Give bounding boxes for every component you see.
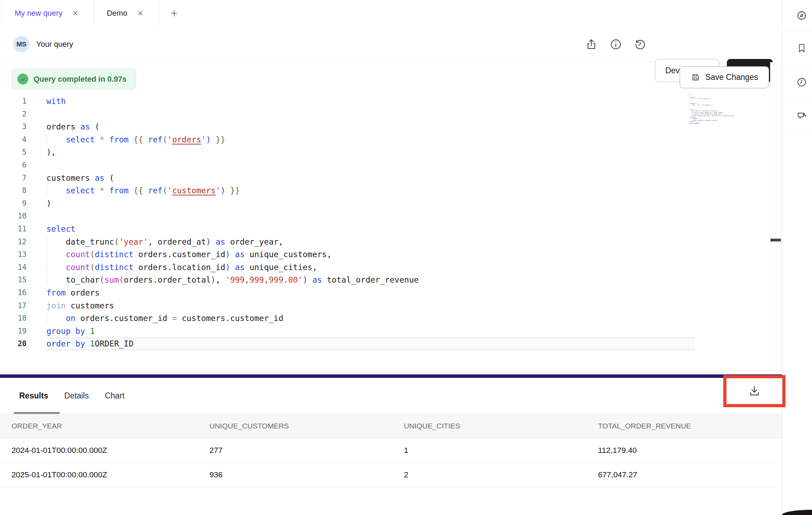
avatar: MS (13, 36, 30, 52)
share-button[interactable] (584, 37, 599, 52)
code-line-4: select * from {{ ref('orders') }} (689, 98, 701, 99)
code-line-14: 14 count(distinct orders.location_id) as… (0, 261, 770, 274)
code-line-7: 7customers as ( (0, 172, 770, 185)
save-changes-button[interactable]: Save Changes (680, 66, 769, 88)
app-window: My new queryDemo MS Your query Develop R… (0, 0, 812, 515)
check-icon (17, 74, 28, 84)
code-line-13: 13 count(distinct orders.customer_id) as… (0, 248, 770, 261)
code-line-6: 6 (0, 159, 770, 172)
code-line-2: 2 (0, 108, 770, 121)
line-number: 3 (0, 120, 27, 133)
column-header-unique-customers: UNIQUE_CUSTOMERS (209, 422, 404, 430)
line-number: 12 (0, 236, 27, 248)
line-number: 5 (0, 146, 27, 159)
panel-divider[interactable] (0, 374, 782, 378)
table-cell: 2024-01-01T00:00:00.000Z (12, 446, 209, 455)
sidebar-ai-chat-button[interactable] (782, 99, 812, 133)
share-icon (585, 38, 598, 51)
sidebar-bookmark-button[interactable] (782, 31, 812, 65)
active-tab-underline (14, 412, 60, 414)
line-number: 20 (0, 337, 27, 350)
annotation-highlight-box (723, 375, 785, 407)
line-number: 10 (0, 210, 27, 223)
info-button[interactable] (608, 37, 623, 52)
tab-demo[interactable]: Demo (94, 0, 159, 26)
code-line-1: 1with (0, 95, 770, 108)
table-header-row: ORDER_YEARUNIQUE_CUSTOMERSUNIQUE_CITIEST… (0, 414, 782, 438)
floppy-icon (691, 73, 700, 82)
line-number: 13 (0, 248, 27, 261)
new-tab-button[interactable] (159, 0, 189, 26)
tab-bar: My new queryDemo (0, 0, 782, 27)
code-line-8: 8 select * from {{ ref('customers') }} (0, 184, 770, 197)
results-tab-chart[interactable]: Chart (105, 391, 124, 401)
code-line-3: 3orders as ( (0, 120, 770, 133)
header-actions (584, 26, 648, 62)
close-icon[interactable] (72, 9, 79, 17)
line-number: 16 (0, 286, 27, 299)
plus-icon (170, 9, 179, 18)
code-line-8: select * from {{ ref('customers') }} (689, 104, 701, 106)
line-number: 14 (0, 261, 27, 274)
code-line-9: 9) (0, 197, 770, 210)
results-tab-details[interactable]: Details (64, 391, 89, 401)
table-cell: 677,047.27 (598, 470, 782, 479)
code-line-10: 10 (0, 210, 770, 223)
column-header-total-order-revenue: TOTAL_ORDER_REVENUE (598, 422, 782, 430)
code-line-18: 18 on orders.customer_id = customers.cus… (0, 312, 770, 325)
results-table: 2024-01-01T00:00:00.000Z2771112,179.4020… (0, 438, 782, 487)
line-number: 2 (0, 108, 27, 121)
status-text: Query completed in 0.97s (34, 75, 127, 84)
code-line-19: 19group by 1 (0, 325, 770, 338)
right-sidebar (782, 0, 812, 515)
line-number: 1 (0, 95, 27, 108)
line-number: 19 (0, 325, 27, 338)
line-number: 17 (0, 299, 27, 312)
code-line-15: 15 to_char(sum(orders.order_total), '999… (0, 274, 770, 286)
table-row: 2025-01-01T00:00:00.000Z9362677,047.27 (0, 463, 782, 487)
table-cell: 936 (209, 470, 404, 479)
code-line-20: 20order by 1ORDER_ID (0, 337, 770, 350)
column-header-order-year: ORDER_YEAR (12, 422, 209, 430)
close-icon[interactable] (136, 9, 144, 17)
results-tab-results[interactable]: Results (19, 391, 48, 401)
line-number: 4 (0, 133, 27, 146)
clock-icon (796, 77, 807, 88)
tab-label: Demo (107, 9, 127, 18)
line-number: 9 (0, 197, 27, 210)
table-row: 2024-01-01T00:00:00.000Z2771112,179.40 (0, 438, 782, 463)
results-tabs: ResultsDetailsChart (0, 378, 782, 414)
column-header-unique-cities: UNIQUE_CITIES (404, 422, 598, 430)
line-number: 15 (0, 274, 27, 286)
editor-scrollbar[interactable] (770, 62, 781, 374)
table-cell: 2025-01-01T00:00:00.000Z (12, 470, 209, 479)
sidebar-clock-button[interactable] (782, 65, 812, 99)
line-number: 7 (0, 172, 27, 185)
sidebar-compass-button[interactable] (782, 0, 812, 31)
status-badge: Query completed in 0.97s (12, 68, 136, 90)
code-line-20: order by 1ORDER_ID (689, 122, 701, 124)
tab-my-new-query[interactable]: My new query (2, 0, 94, 26)
scrollbar-thumb[interactable] (770, 239, 781, 241)
compass-icon (796, 10, 807, 21)
line-number: 11 (0, 223, 27, 236)
query-header: MS Your query Develop Run (0, 26, 782, 62)
table-cell: 1 (404, 446, 598, 455)
history-button[interactable] (633, 37, 648, 52)
info-icon (610, 38, 622, 51)
table-cell: 112,179.40 (598, 446, 782, 455)
line-number: 8 (0, 184, 27, 197)
results-panel: ResultsDetailsChart ORDER_YEARUNIQUE_CUS… (0, 374, 782, 515)
download-icon (748, 394, 761, 399)
code-line-16: 16from orders (0, 286, 770, 299)
code-editor[interactable]: 1with23orders as (4 select * from {{ ref… (0, 95, 770, 350)
table-cell: 2 (404, 470, 598, 479)
save-changes-label: Save Changes (706, 73, 758, 82)
table-cell: 277 (209, 446, 404, 455)
page-title: Your query (36, 26, 73, 62)
bookmark-icon (796, 43, 807, 54)
tab-label: My new query (15, 9, 62, 18)
code-line-12: 12 date_trunc('year', ordered_at) as ord… (0, 236, 770, 248)
download-button[interactable] (747, 383, 762, 399)
code-line-5: 5), (0, 146, 770, 159)
